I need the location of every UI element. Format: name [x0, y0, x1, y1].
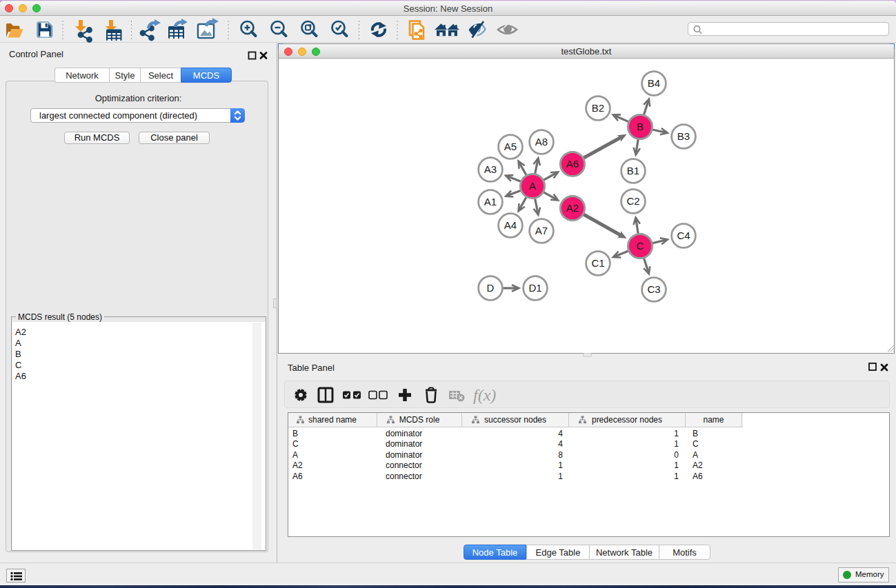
svg-text:A3: A3 — [484, 163, 497, 175]
svg-text:A6: A6 — [566, 158, 579, 170]
svg-text:B4: B4 — [648, 77, 660, 89]
svg-text:C: C — [637, 240, 644, 252]
svg-text:B1: B1 — [627, 165, 639, 176]
svg-text:A5: A5 — [504, 141, 517, 152]
svg-text:C1: C1 — [591, 257, 604, 269]
svg-text:A8: A8 — [535, 136, 548, 148]
svg-text:C2: C2 — [626, 195, 639, 207]
svg-text:A: A — [529, 180, 536, 192]
svg-text:D: D — [487, 282, 495, 294]
svg-text:A2: A2 — [566, 202, 579, 214]
svg-text:D1: D1 — [528, 282, 541, 294]
svg-text:B: B — [637, 121, 644, 132]
svg-text:A4: A4 — [504, 219, 517, 231]
svg-text:B3: B3 — [677, 130, 690, 142]
svg-text:C4: C4 — [677, 230, 690, 241]
svg-text:f(x): f(x) — [473, 386, 496, 404]
svg-text:A1: A1 — [484, 196, 497, 207]
svg-text:B2: B2 — [592, 102, 604, 114]
svg-text:A7: A7 — [535, 225, 548, 236]
svg-text:C3: C3 — [647, 283, 660, 295]
